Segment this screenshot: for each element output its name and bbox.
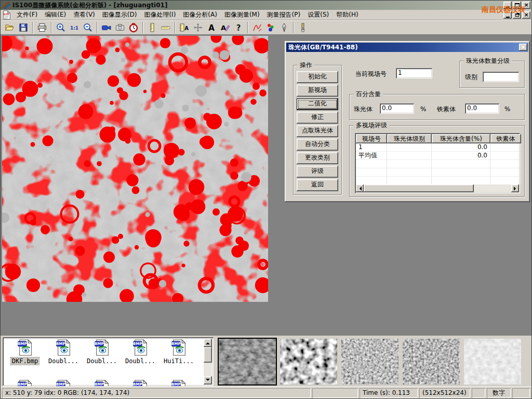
minimize-button[interactable] (503, 2, 512, 9)
menu-item-4[interactable]: 图像处理(I) (140, 10, 179, 19)
timer-icon[interactable] (127, 21, 140, 34)
help-icon[interactable]: ? (232, 21, 245, 34)
table-cell (490, 160, 521, 168)
rating-table[interactable]: 视场号珠光体级别珠光体含量(%)铁素体 10.0平均值0.0 (355, 133, 520, 193)
table-cell (356, 177, 387, 184)
table-cell (490, 143, 521, 151)
table-row[interactable]: 10.0 (356, 143, 519, 152)
table-hscrollbar[interactable] (356, 184, 519, 192)
file-name[interactable]: HuiTi... (163, 357, 195, 365)
table-cell: 0.0 (432, 152, 490, 159)
op-button-8[interactable]: 返回 (297, 179, 338, 191)
table-cell (490, 177, 521, 184)
scroll-right-button[interactable] (511, 184, 519, 192)
file-item-row2-1[interactable]: BMP (45, 380, 82, 386)
op-button-0[interactable]: 初始化 (297, 71, 338, 83)
statusbar: x: 510 y: 79 idx: 0 RGB: (174, 174, 174)… (1, 387, 531, 398)
table-header-0[interactable]: 视场号 (356, 134, 387, 143)
camera-icon[interactable] (113, 21, 127, 34)
video-camera-icon[interactable] (100, 21, 113, 34)
file-item-row2-0[interactable]: BMP (7, 380, 43, 386)
level-input[interactable] (483, 72, 519, 82)
menu-item-2[interactable]: 查看(V) (70, 10, 99, 19)
file-vscrollbar[interactable] (204, 339, 212, 384)
file-item-row2-4[interactable]: BMP (161, 380, 197, 386)
op-button-1[interactable]: 新视场 (297, 85, 338, 97)
measure-text-icon[interactable]: A (178, 21, 191, 34)
menu-item-5[interactable]: 图像分析(A) (179, 10, 221, 19)
actual-size-icon[interactable]: 1:1 (68, 21, 81, 34)
close-button[interactable]: × (522, 2, 530, 9)
table-header-2[interactable]: 珠光体含量(%) (432, 134, 490, 143)
text-icon[interactable]: A (205, 21, 218, 34)
menu-item-8[interactable]: 设置(S) (304, 10, 332, 19)
restore-button[interactable] (513, 2, 521, 9)
menu-item-9[interactable]: 帮助(H) (332, 10, 362, 19)
op-button-3[interactable]: 修正 (297, 112, 338, 124)
op-button-6[interactable]: 更改类别 (297, 152, 338, 164)
file-name[interactable]: Doubl... (47, 357, 79, 365)
scroll-down-button[interactable] (204, 376, 212, 384)
thumbnail-preview[interactable] (464, 339, 521, 384)
svg-text:BMP: BMP (95, 341, 104, 346)
file-item-2[interactable]: BMPDoubl... (84, 339, 120, 365)
pen-icon[interactable] (277, 21, 291, 34)
ruler-vertical-icon[interactable] (145, 21, 159, 34)
file-name[interactable]: Doubl... (86, 357, 118, 365)
mdi-restore-button[interactable] (513, 11, 521, 19)
scroll-left-button[interactable] (356, 184, 364, 192)
file-item-1[interactable]: BMPDoubl... (45, 339, 82, 365)
print-icon[interactable] (35, 21, 49, 34)
ferrite-percent-input[interactable]: 0.0 (465, 103, 499, 114)
op-button-5[interactable]: 自动分类 (297, 139, 338, 151)
mdi-close-button[interactable]: × (522, 11, 530, 19)
thumbnail-preview[interactable] (219, 339, 276, 384)
file-item-row2-3[interactable]: BMP (122, 380, 158, 386)
mdi-minimize-button[interactable] (503, 11, 512, 19)
thumbnail-preview[interactable] (341, 339, 398, 384)
table-cell (490, 152, 521, 159)
file-name[interactable]: Doubl... (124, 357, 156, 365)
dialog-title: 珠光体(GB/T9441-88) (288, 43, 358, 52)
file-item-row2-2[interactable]: BMP (84, 380, 120, 386)
op-button-7[interactable]: 评级 (297, 166, 338, 178)
table-cell (387, 168, 432, 176)
op-button-4[interactable]: 点取珠光体 (297, 125, 338, 137)
markers-icon[interactable] (264, 21, 277, 34)
thumbnail-preview[interactable] (403, 339, 460, 384)
file-name[interactable]: DKF.bmp (11, 357, 39, 365)
rating-table-body: 10.0平均值0.0 (356, 143, 519, 185)
vscroll-thumb[interactable] (204, 347, 212, 363)
menu-item-1[interactable]: 编辑(E) (41, 10, 70, 19)
brush-icon[interactable] (296, 21, 310, 34)
micrograph-image[interactable] (2, 36, 268, 302)
hscroll-thumb[interactable] (364, 184, 474, 192)
open-icon[interactable] (3, 21, 17, 34)
text-edit-icon[interactable]: A (218, 21, 232, 34)
dialog-close-button[interactable]: × (519, 44, 527, 51)
current-field-input[interactable]: 1 (396, 68, 432, 78)
zoom-out-icon[interactable] (81, 21, 95, 34)
thumbnail-preview[interactable] (280, 339, 337, 384)
move-icon[interactable] (191, 21, 205, 34)
op-button-2[interactable]: 二值化 (297, 98, 338, 110)
curve-icon[interactable] (250, 21, 264, 34)
table-header-3[interactable]: 铁素体 (490, 134, 521, 143)
ruler-horizontal-icon[interactable] (159, 21, 172, 34)
file-item-4[interactable]: BMPHuiTi... (161, 339, 197, 365)
pearlite-percent-input[interactable]: 0.0 (380, 103, 414, 114)
menu-item-3[interactable]: 图像显示(D) (99, 10, 141, 19)
file-item-3[interactable]: BMPDoubl... (122, 339, 158, 365)
file-item-0[interactable]: BMPDKF.bmp (7, 339, 43, 365)
menu-item-0[interactable]: 文件(F) (13, 10, 41, 19)
table-row[interactable]: 平均值0.0 (356, 152, 519, 160)
zoom-in-icon[interactable] (54, 21, 68, 34)
menu-item-7[interactable]: 测量报告(P) (263, 10, 304, 19)
scroll-up-button[interactable] (204, 339, 212, 347)
pearlite-dialog: 珠光体(GB/T9441-88) × 操作 初始化新视场二值化修正点取珠光体自动… (285, 41, 530, 202)
svg-text:A: A (208, 23, 215, 33)
dialog-titlebar[interactable]: 珠光体(GB/T9441-88) × (286, 43, 528, 52)
save-icon[interactable] (17, 21, 30, 34)
table-header-1[interactable]: 珠光体级别 (387, 134, 432, 143)
menu-item-6[interactable]: 图像测量(M) (221, 10, 263, 19)
